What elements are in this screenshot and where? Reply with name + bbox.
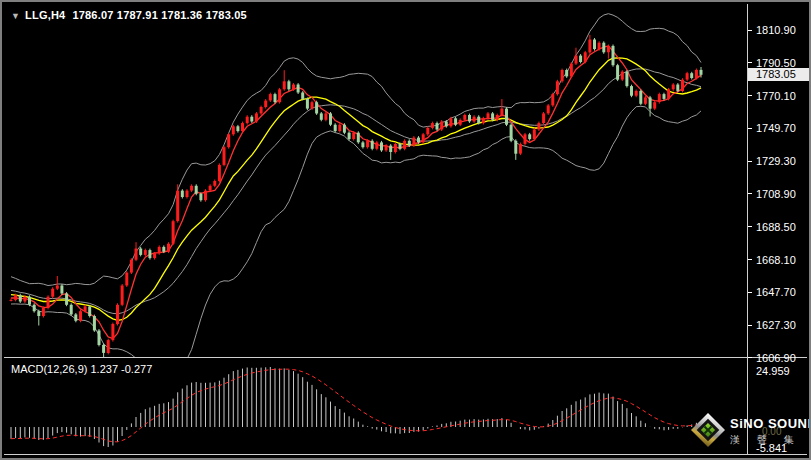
pane-separator[interactable] bbox=[4, 357, 807, 358]
price-axis-label: 1770.10 bbox=[756, 90, 796, 102]
price-axis-label: 1668.10 bbox=[756, 254, 796, 266]
symbol-period-label: LLG,H4 bbox=[25, 9, 65, 21]
price-axis-tick bbox=[748, 226, 752, 227]
quote-bar[interactable]: ▼LLG,H41786.07 1787.91 1781.36 1783.05 bbox=[11, 9, 247, 21]
macd-indicator-label: MACD(12,26,9) 1.237 -0.277 bbox=[11, 363, 152, 375]
price-axis-label: 1606.90 bbox=[756, 352, 796, 364]
price-axis-label: 1627.30 bbox=[756, 319, 796, 331]
price-axis-tick bbox=[748, 161, 752, 162]
price-axis-label: 1729.30 bbox=[756, 155, 796, 167]
price-axis-tick bbox=[748, 193, 752, 194]
price-axis-label: 1790.50 bbox=[756, 57, 796, 69]
pane-bottom-border bbox=[4, 454, 807, 455]
trading-chart-window: ▼LLG,H41786.07 1787.91 1781.36 1783.05 M… bbox=[0, 0, 811, 460]
price-axis-label: 1688.50 bbox=[756, 221, 796, 233]
price-axis-label: 1749.70 bbox=[756, 122, 796, 134]
symbol-dropdown-icon[interactable]: ▼ bbox=[11, 11, 20, 21]
price-axis-tick bbox=[748, 128, 752, 129]
price-axis-tick bbox=[748, 292, 752, 293]
quote-ohlc-values: 1786.07 1787.91 1781.36 1783.05 bbox=[72, 9, 246, 21]
broker-watermark: SiNO SOUND 漢 聲 集 團 bbox=[690, 410, 810, 458]
price-axis-tick bbox=[748, 325, 752, 326]
price-axis-label: 1708.90 bbox=[756, 188, 796, 200]
price-axis-tick bbox=[748, 259, 752, 260]
main-chart-canvas[interactable] bbox=[2, 2, 748, 357]
watermark-brand-text: SiNO SOUND bbox=[730, 416, 811, 431]
price-axis-tick bbox=[748, 62, 752, 63]
price-axis-tick bbox=[748, 95, 752, 96]
sino-sound-diamond-logo-icon bbox=[691, 413, 725, 447]
price-axis-tick bbox=[748, 30, 752, 31]
price-axis-label: 1647.70 bbox=[756, 286, 796, 298]
price-axis-label: 1810.90 bbox=[756, 24, 796, 36]
macd-scale-min-label: -5.841 bbox=[756, 442, 787, 454]
macd-scale-max-label: 24.959 bbox=[756, 365, 790, 377]
price-axis-tick bbox=[748, 357, 752, 358]
current-price-badge: 1783.05 bbox=[748, 68, 811, 81]
